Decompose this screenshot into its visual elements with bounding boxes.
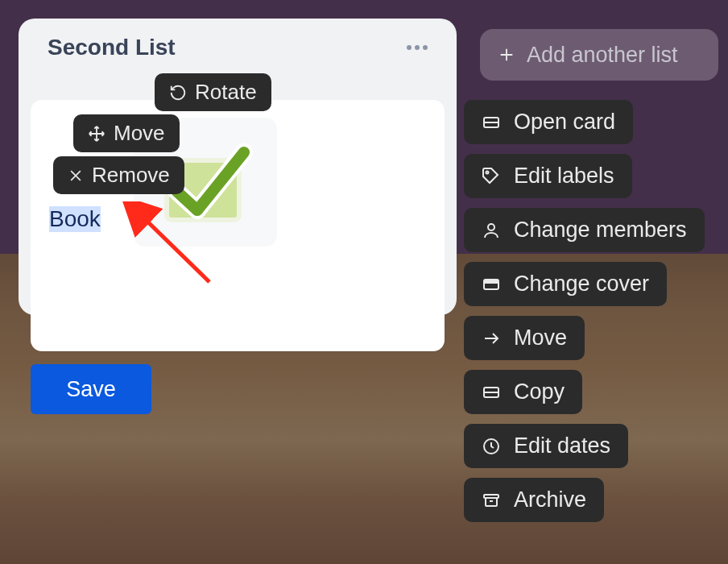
rotate-button[interactable]: Rotate xyxy=(155,73,271,111)
svg-point-3 xyxy=(486,171,489,173)
copy-card-icon xyxy=(482,383,501,402)
remove-label: Remove xyxy=(92,163,170,188)
card-actions: Open card Edit labels Change members Cha… xyxy=(464,100,705,522)
copy-card-label: Copy xyxy=(514,379,565,404)
archive-label: Archive xyxy=(514,487,586,512)
svg-rect-10 xyxy=(484,495,498,498)
move-image-label: Move xyxy=(114,121,165,146)
save-button[interactable]: Save xyxy=(31,364,151,414)
save-label: Save xyxy=(66,377,116,402)
change-members-button[interactable]: Change members xyxy=(464,208,705,252)
open-card-label: Open card xyxy=(514,110,615,135)
list-title[interactable]: Second List xyxy=(48,35,176,60)
open-card-button[interactable]: Open card xyxy=(464,100,633,144)
list-header: Second List xyxy=(19,19,457,60)
remove-button[interactable]: Remove xyxy=(53,156,184,194)
edit-labels-label: Edit labels xyxy=(514,164,614,189)
rotate-icon xyxy=(169,84,187,102)
card-text-input[interactable]: Book xyxy=(49,206,101,232)
edit-dates-label: Edit dates xyxy=(514,433,610,458)
list-menu-button[interactable] xyxy=(402,40,432,55)
move-card-button[interactable]: Move xyxy=(464,316,585,360)
cover-icon xyxy=(482,275,501,294)
copy-card-button[interactable]: Copy xyxy=(464,370,582,414)
change-members-label: Change members xyxy=(514,218,687,243)
archive-button[interactable]: Archive xyxy=(464,478,604,522)
move-card-label: Move xyxy=(514,326,567,350)
svg-point-4 xyxy=(488,224,494,230)
rotate-label: Rotate xyxy=(195,80,257,105)
card-icon xyxy=(482,113,501,132)
arrow-right-icon xyxy=(482,329,501,348)
clock-icon xyxy=(482,437,501,456)
user-icon xyxy=(482,221,501,240)
svg-rect-6 xyxy=(484,280,498,284)
tag-icon xyxy=(482,167,501,186)
edit-labels-button[interactable]: Edit labels xyxy=(464,154,632,198)
move-arrows-icon xyxy=(88,125,105,143)
add-list-label: Add another list xyxy=(527,43,678,68)
change-cover-button[interactable]: Change cover xyxy=(464,262,667,306)
change-cover-label: Change cover xyxy=(514,272,649,297)
archive-icon xyxy=(482,491,501,510)
move-image-button[interactable]: Move xyxy=(73,114,180,152)
plus-icon xyxy=(498,46,515,64)
add-list-button[interactable]: Add another list xyxy=(480,29,718,81)
edit-dates-button[interactable]: Edit dates xyxy=(464,424,628,468)
close-icon xyxy=(68,168,84,184)
